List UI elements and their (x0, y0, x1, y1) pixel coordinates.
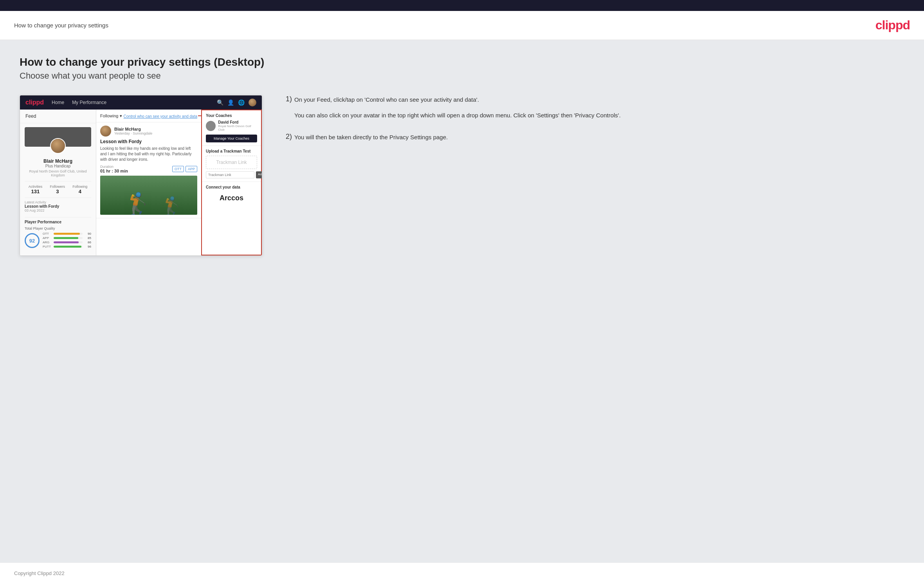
nav-home[interactable]: Home (52, 100, 64, 105)
manage-coaches-button[interactable]: Manage Your Coaches (206, 135, 257, 142)
post-author-info: Blair McHarg Yesterday · Sunningdale (114, 127, 152, 135)
post-title: Lesson with Fordy (100, 139, 197, 144)
latest-activity: Latest Activity Lesson with Fordy 03 Aug… (25, 198, 91, 215)
app-navbar: clippd Home My Performance 🔍 👤 🌐 (20, 95, 262, 110)
app-body: Feed Blair McHarg Plus Handicap Royal No… (20, 110, 262, 255)
connect-section: Connect your data Arccos (202, 182, 261, 208)
perf-bar-row: APP 85 (43, 236, 91, 240)
step1-content: On your Feed, click/tap on 'Control who … (294, 95, 621, 120)
post-location: Yesterday · Sunningdale (114, 131, 152, 135)
trackman-input-row: Add Link (206, 171, 257, 178)
user-icon[interactable]: 👤 (227, 99, 234, 106)
header-title: How to change your privacy settings (14, 22, 108, 29)
bar-label: OTT (43, 232, 52, 235)
right-panel: Your Coaches David Ford Royal North Devo… (201, 110, 262, 255)
chevron-down-icon: ▾ (120, 113, 122, 119)
bar-fill (54, 246, 81, 248)
post-author: Blair McHarg (114, 127, 152, 131)
control-link[interactable]: Control who can see your activity and da… (124, 114, 197, 119)
profile-club: Royal North Devon Golf Club, United King… (25, 169, 91, 177)
duration-info: Duration 01 hr : 30 min (100, 165, 128, 173)
perf-bars: OTT 90 APP 85 ARG 86 PUTT 96 (43, 232, 91, 249)
app-feed: Following ▾ Control who can see your act… (96, 110, 201, 255)
main-content: How to change your privacy settings (Des… (0, 40, 924, 563)
perf-gauge-row: 92 OTT 90 APP 85 ARG 86 PUTT (25, 232, 91, 249)
app-sidebar: Feed Blair McHarg Plus Handicap Royal No… (20, 110, 96, 255)
trackman-title: Upload a Trackman Test (206, 149, 257, 153)
nav-my-performance[interactable]: My Performance (72, 100, 106, 105)
arccos-logo: Arccos (206, 192, 257, 205)
nav-right-icons: 🔍 👤 🌐 (217, 99, 256, 106)
instructions-panel: 1) On your Feed, click/tap on 'Control w… (278, 95, 904, 157)
red-arrow-icon (198, 113, 201, 119)
latest-val: Lesson with Fordy (25, 204, 91, 209)
bar-val: 90 (84, 232, 91, 235)
stat-activities-label: Activities (29, 185, 43, 189)
step1-text: On your Feed, click/tap on 'Control who … (294, 95, 621, 104)
coaches-title: Your Coaches (206, 113, 257, 118)
add-link-button[interactable]: Add Link (256, 171, 262, 178)
step2-num: 2) (286, 133, 292, 141)
feed-header: Following ▾ Control who can see your act… (96, 110, 201, 122)
demo-area: clippd Home My Performance 🔍 👤 🌐 Feed (20, 95, 904, 256)
stat-following-val: 4 (72, 189, 87, 194)
player-performance: Player Performance Total Player Quality … (25, 217, 91, 252)
avatar (50, 138, 66, 154)
post-avatar (100, 126, 111, 137)
instruction-2: 2) You will then be taken directly to th… (286, 133, 897, 145)
profile-card: Blair McHarg Plus Handicap Royal North D… (20, 123, 96, 255)
post-card: Blair McHarg Yesterday · Sunningdale Les… (96, 122, 201, 218)
bar-label: APP (43, 236, 52, 240)
avatar-image (51, 139, 65, 153)
stat-followers: Followers 3 (50, 185, 65, 194)
header: How to change your privacy settings clip… (0, 11, 924, 40)
post-duration-row: Duration 01 hr : 30 min OTT APP (100, 165, 197, 173)
trackman-section: Upload a Trackman Test Trackman Link Add… (202, 146, 261, 182)
duration-val: 01 hr : 30 min (100, 169, 128, 173)
bar-track (54, 241, 83, 243)
step1-extra: You can also click on your avatar in the… (294, 111, 621, 120)
perf-title: Player Performance (25, 220, 91, 224)
coach-name: David Ford (218, 120, 257, 124)
stat-following: Following 4 (72, 185, 87, 194)
post-meta: Blair McHarg Yesterday · Sunningdale (100, 126, 197, 137)
app-mockup: clippd Home My Performance 🔍 👤 🌐 Feed (20, 95, 262, 256)
top-bar (0, 0, 924, 11)
tag-badges: OTT APP (172, 166, 197, 172)
globe-icon[interactable]: 🌐 (238, 99, 245, 106)
trackman-placeholder: Trackman Link (206, 156, 257, 169)
page-subtitle: Choose what you want people to see (20, 71, 904, 81)
feed-tab[interactable]: Feed (20, 110, 96, 123)
profile-stats: Activities 131 Followers 3 Following 4 (25, 181, 91, 194)
latest-date: 03 Aug 2022 (25, 209, 91, 212)
bar-fill (54, 233, 80, 235)
bar-val: 85 (84, 236, 91, 240)
golfer1-silhouette: 🏌️ (124, 193, 151, 215)
profile-name: Blair McHarg (25, 158, 91, 164)
following-button[interactable]: Following ▾ (100, 113, 122, 119)
coaches-section: Your Coaches David Ford Royal North Devo… (202, 110, 261, 146)
footer: Copyright Clippd 2022 (0, 563, 924, 577)
post-desc: Looking to feel like my hands are exitin… (100, 146, 197, 162)
perf-bar-row: PUTT 96 (43, 245, 91, 248)
stat-activities-val: 131 (29, 189, 43, 194)
bar-fill (54, 241, 79, 243)
tag-ott: OTT (172, 166, 184, 172)
duration-label: Duration (100, 165, 128, 169)
avatar-nav-icon[interactable] (249, 99, 256, 106)
step1-num: 1) (286, 95, 292, 103)
bar-track (54, 237, 83, 239)
gauge-circle: 92 (25, 233, 40, 248)
latest-label: Latest Activity (25, 200, 91, 204)
profile-cover (25, 127, 91, 147)
clippd-logo: clippd (875, 18, 910, 32)
stat-followers-val: 3 (50, 189, 65, 194)
following-label: Following (100, 113, 118, 118)
bar-val: 86 (84, 241, 91, 244)
trackman-input[interactable] (206, 171, 254, 178)
bar-track (54, 233, 83, 235)
tag-app: APP (186, 166, 197, 172)
search-icon[interactable]: 🔍 (217, 99, 223, 106)
footer-text: Copyright Clippd 2022 (14, 570, 65, 576)
coach-avatar (206, 121, 216, 131)
